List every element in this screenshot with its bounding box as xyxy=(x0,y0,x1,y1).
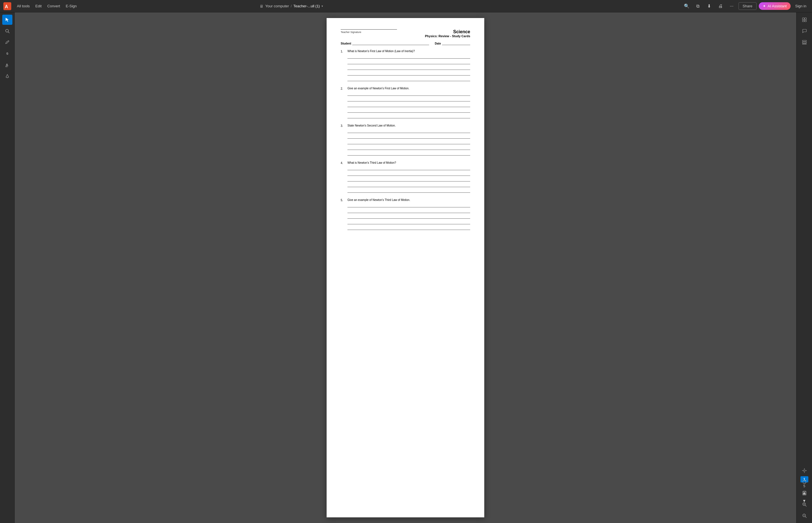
date-field: Date xyxy=(435,41,470,45)
svg-rect-10 xyxy=(802,40,806,41)
answer-lines-3 xyxy=(347,129,470,156)
page-header: Teacher Signature Science Physics: Revie… xyxy=(341,29,470,38)
question-row-5: 5.Give an example of Newton's Third Law … xyxy=(341,198,470,202)
annotate-tool-btn[interactable] xyxy=(2,37,13,47)
nav-convert[interactable]: Convert xyxy=(45,3,62,9)
answer-line xyxy=(347,72,470,75)
adjust-tool-btn[interactable] xyxy=(799,466,810,476)
svg-rect-7 xyxy=(805,18,806,20)
answer-line xyxy=(347,140,470,144)
answer-line xyxy=(347,97,470,102)
student-field: Student xyxy=(341,41,429,45)
ai-icon: ✦ xyxy=(763,4,766,8)
answer-line xyxy=(347,55,470,59)
answer-line xyxy=(347,146,470,150)
answer-lines-4 xyxy=(347,166,470,193)
organize-panel-btn[interactable] xyxy=(799,37,810,47)
nav-all-tools[interactable]: All tools xyxy=(15,3,32,9)
question-num-4: 4. xyxy=(341,161,346,165)
answer-line xyxy=(347,226,470,230)
pdf-viewer[interactable]: Teacher Signature Science Physics: Revie… xyxy=(15,13,796,523)
main-area: A Teacher Signature Science Physics: Rev… xyxy=(0,13,812,523)
file-info: 🖥 Your computer / Teacher-...ull (1) ▾ xyxy=(260,4,323,8)
print-button[interactable]: 🖨 xyxy=(716,2,725,11)
topbar: A All tools Edit Convert E-Sign 🖥 Your c… xyxy=(0,0,812,13)
search-tool-btn[interactable] xyxy=(2,26,13,36)
question-num-5: 5. xyxy=(341,198,346,202)
nav-edit[interactable]: Edit xyxy=(33,3,44,9)
answer-line xyxy=(347,166,470,170)
teacher-sig-block: Teacher Signature xyxy=(341,29,397,34)
teacher-sig-label: Teacher Signature xyxy=(341,31,397,34)
svg-rect-12 xyxy=(802,44,806,44)
link-tool-btn[interactable] xyxy=(2,49,13,59)
nav-esign[interactable]: E-Sign xyxy=(63,3,79,9)
svg-text:A: A xyxy=(5,4,8,9)
answer-lines-1 xyxy=(347,55,470,81)
svg-rect-11 xyxy=(802,42,806,43)
question-row-2: 2.Give an example of Newton's First Law … xyxy=(341,87,470,90)
subject-title: Science xyxy=(425,29,470,34)
question-num-2: 2. xyxy=(341,87,346,90)
questions-container: 1.What is Newton's First Law of Motion (… xyxy=(341,50,470,230)
file-separator: / xyxy=(290,4,292,8)
answer-line xyxy=(347,178,470,181)
question-num-1: 1. xyxy=(341,50,346,53)
right-bottom-tools xyxy=(799,466,810,521)
question-block-3: 3.State Newton's Second Law of Motion. xyxy=(341,124,470,156)
date-line xyxy=(442,41,470,45)
answer-line xyxy=(347,109,470,113)
signin-button[interactable]: Sign in xyxy=(793,3,809,9)
svg-rect-19 xyxy=(804,491,805,492)
comment-panel-btn[interactable] xyxy=(799,26,810,36)
pdf-page: Teacher Signature Science Physics: Revie… xyxy=(327,18,484,517)
svg-rect-9 xyxy=(805,20,806,22)
question-text-5: Give an example of Newton's Third Law of… xyxy=(347,198,410,202)
file-dropdown-icon[interactable]: ▾ xyxy=(322,4,323,7)
copy-button[interactable]: ⧉ xyxy=(694,2,702,11)
question-row-1: 1.What is Newton's First Law of Motion (… xyxy=(341,50,470,53)
file-location: Your computer xyxy=(265,4,289,8)
worksheet-subtitle: Physics: Review - Study Cards xyxy=(425,34,470,38)
student-date-section: Student Date xyxy=(341,41,470,45)
svg-rect-20 xyxy=(803,493,806,494)
svg-text:A: A xyxy=(6,63,8,67)
svg-line-3 xyxy=(8,32,9,33)
text-tool-btn[interactable]: A xyxy=(2,60,13,70)
answer-line xyxy=(347,220,470,224)
save-tool-btn[interactable] xyxy=(799,488,810,498)
refresh-tool-btn[interactable] xyxy=(799,477,810,487)
answer-line xyxy=(347,103,470,107)
export-panel-btn[interactable] xyxy=(799,15,810,25)
nav-menu: All tools Edit Convert E-Sign xyxy=(15,3,79,9)
zoom-out-btn[interactable] xyxy=(799,510,810,521)
answer-line xyxy=(347,151,470,156)
file-name: Teacher-...ull (1) xyxy=(294,4,320,8)
left-sidebar: A xyxy=(0,13,15,523)
question-block-4: 4.What is Newton's Third Law of Motion? xyxy=(341,161,470,193)
question-row-3: 3.State Newton's Second Law of Motion. xyxy=(341,124,470,127)
answer-line xyxy=(347,183,470,187)
question-row-4: 4.What is Newton's Third Law of Motion? xyxy=(341,161,470,165)
answer-line xyxy=(347,209,470,213)
answer-line xyxy=(347,215,470,219)
svg-rect-6 xyxy=(802,18,804,20)
question-block-2: 2.Give an example of Newton's First Law … xyxy=(341,87,470,118)
download-button[interactable]: ⬇ xyxy=(705,2,714,11)
search-button[interactable]: 🔍 xyxy=(682,2,691,11)
answer-lines-2 xyxy=(347,92,470,118)
more-button[interactable]: ··· xyxy=(727,2,736,11)
answer-line xyxy=(347,189,470,193)
stamp-tool-btn[interactable] xyxy=(2,71,13,81)
zoom-in-btn[interactable] xyxy=(799,499,810,509)
answer-line xyxy=(347,129,470,133)
right-sidebar: 1 5 ▲ ▼ xyxy=(796,13,812,523)
svg-rect-8 xyxy=(802,20,804,22)
answer-line xyxy=(347,114,470,118)
share-button[interactable]: Share xyxy=(738,2,757,10)
select-tool-btn[interactable] xyxy=(2,15,13,25)
answer-line xyxy=(347,135,470,139)
ai-assistant-button[interactable]: ✦ AI Assistant xyxy=(759,2,791,10)
svg-line-22 xyxy=(805,505,806,506)
answer-line xyxy=(347,77,470,81)
